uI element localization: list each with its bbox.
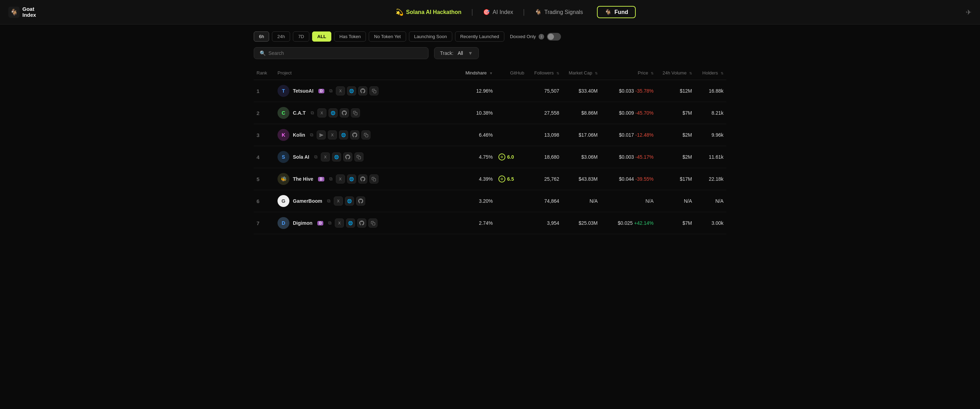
mktcap-cell: $8.86M — [562, 102, 600, 124]
holders-cell: N/A — [695, 190, 726, 212]
social-btn[interactable]: 🌐 — [332, 153, 341, 161]
social-btn[interactable]: X — [328, 130, 337, 140]
mindshare-cell: 12.96% — [461, 80, 496, 102]
filter-7d[interactable]: 7D — [293, 32, 309, 41]
social-btn[interactable] — [368, 218, 377, 228]
price-value: N/A — [646, 198, 654, 204]
table-row[interactable]: 7 D Digimon D ⧉ X🌐 2.74% 3,954 $25.03M $… — [254, 212, 726, 234]
nav-right: ✈ — [966, 8, 972, 16]
social-btn[interactable]: X — [335, 218, 344, 228]
price-value: $0.017 — [619, 132, 634, 138]
github-score-value: 6.5 — [507, 176, 514, 182]
mindshare-cell: 4.75% — [461, 146, 496, 168]
filter-6h[interactable]: 6h — [254, 32, 269, 41]
social-btn[interactable]: X — [334, 196, 343, 205]
social-btn[interactable] — [358, 86, 368, 95]
copy-icon[interactable]: ⧉ — [310, 132, 313, 138]
social-btn[interactable]: 🌐 — [339, 130, 348, 140]
price-change: -39.55% — [635, 176, 654, 182]
mktcap-cell: $3.06M — [562, 146, 600, 168]
social-btn[interactable] — [343, 153, 352, 161]
social-btn[interactable]: 🌐 — [347, 86, 356, 95]
social-btn[interactable] — [358, 174, 368, 183]
doxxed-info-icon[interactable]: i — [539, 34, 544, 40]
nav-ai-index[interactable]: 🎯 AI Index — [475, 6, 522, 18]
social-btn[interactable]: X — [336, 86, 345, 95]
table-row[interactable]: 2 C C.A.T ⧉ X🌐 10.38% 27,558 $8.86M $0.0… — [254, 102, 726, 124]
social-btn[interactable] — [357, 218, 366, 228]
github-cell — [496, 102, 527, 124]
track-select[interactable]: Track: All ▼ — [434, 47, 479, 59]
svg-rect-2 — [373, 90, 376, 92]
social-btn[interactable]: 🌐 — [329, 108, 337, 118]
social-btn[interactable] — [356, 196, 365, 205]
table-row[interactable]: 5 🐝 The Hive D ⧉ X🌐 4.39% ⊙ 6.5 25,762 $… — [254, 168, 726, 190]
social-icons: X🌐 — [317, 108, 360, 118]
rank-cell: 3 — [254, 124, 275, 146]
social-btn[interactable] — [361, 130, 371, 140]
doxxed-filter: Doxxed Only i — [510, 33, 561, 41]
col-project: Project — [275, 66, 461, 80]
send-icon[interactable]: ✈ — [966, 8, 972, 16]
nav-trading-label: Trading Signals — [544, 9, 583, 15]
copy-icon[interactable]: ⧉ — [329, 176, 332, 182]
table-row[interactable]: 1 T TetsuoAI D ⧉ X🌐 12.96% 75,507 $33.40… — [254, 80, 726, 102]
github-cell — [496, 212, 527, 234]
social-btn[interactable] — [351, 108, 360, 118]
filter-has-token[interactable]: Has Token — [334, 32, 366, 41]
social-btn[interactable]: X — [321, 153, 330, 161]
copy-icon[interactable]: ⧉ — [328, 220, 331, 226]
social-btn[interactable] — [317, 130, 326, 140]
nav-fund[interactable]: 🐐 Fund — [597, 6, 636, 18]
col-followers[interactable]: Followers ⇅ — [527, 66, 562, 80]
price-change: +42.14% — [634, 220, 654, 226]
doxxed-toggle[interactable] — [547, 33, 561, 41]
project-name: C.A.T — [293, 110, 306, 116]
filter-row: 6h 24h 7D ALL Has Token No Token Yet Lau… — [254, 32, 726, 41]
github-cell: ⊙ 6.5 — [496, 168, 527, 190]
filter-24h[interactable]: 24h — [272, 32, 290, 41]
holders-cell: 8.21k — [695, 102, 726, 124]
nav-ai-index-label: AI Index — [493, 9, 514, 15]
logo[interactable]: 🐐 Goat Index — [8, 6, 57, 18]
filter-all[interactable]: ALL — [312, 32, 331, 41]
filter-no-token[interactable]: No Token Yet — [369, 32, 406, 41]
social-btn[interactable] — [355, 153, 363, 161]
table-row[interactable]: 6 G GamerBoom ⧉ X🌐 3.20% 74,864 N/A N/A … — [254, 190, 726, 212]
copy-icon[interactable]: ⧉ — [311, 110, 314, 116]
volume-cell: N/A — [656, 190, 695, 212]
mindshare-cell: 6.46% — [461, 124, 496, 146]
social-btn[interactable] — [340, 108, 349, 118]
holders-cell: 11.61k — [695, 146, 726, 168]
svg-text:🐐: 🐐 — [10, 8, 18, 16]
holders-cell: 3.00k — [695, 212, 726, 234]
table-row[interactable]: 3 K Kolin ⧉ X🌐 6.46% 13,098 $17.06M $0.0… — [254, 124, 726, 146]
social-btn[interactable] — [350, 130, 359, 140]
social-btn[interactable]: X — [336, 174, 345, 183]
social-icons: X🌐 — [336, 174, 379, 183]
project-name: GamerBoom — [293, 198, 322, 204]
project-name: TetsuoAI — [293, 88, 313, 94]
nav-hackathon[interactable]: 💫 Solana AI Hackathon — [387, 6, 470, 19]
col-volume[interactable]: 24h Volume ⇅ — [656, 66, 695, 80]
search-input[interactable] — [269, 50, 423, 56]
col-price[interactable]: Price ⇅ — [600, 66, 656, 80]
filter-recently-launched[interactable]: Recently Launched — [455, 32, 504, 41]
nav-trading-signals[interactable]: 🐐 Trading Signals — [527, 6, 592, 18]
copy-icon[interactable]: ⧉ — [329, 88, 332, 94]
social-btn[interactable]: X — [317, 108, 326, 118]
project-logo: G — [277, 195, 290, 207]
col-mindshare[interactable]: Mindshare ▼ — [461, 66, 496, 80]
col-holders[interactable]: Holders ⇅ — [695, 66, 726, 80]
social-btn[interactable]: 🌐 — [346, 218, 355, 228]
copy-icon[interactable]: ⧉ — [327, 198, 330, 204]
col-mktcap[interactable]: Market Cap ⇅ — [562, 66, 600, 80]
social-btn[interactable] — [369, 174, 379, 183]
social-btn[interactable] — [369, 86, 379, 95]
mindshare-sort-icon: ▼ — [489, 71, 493, 75]
social-btn[interactable]: 🌐 — [345, 196, 354, 205]
table-row[interactable]: 4 S Sola AI ⧉ X🌐 4.75% ⊙ 6.0 18,680 $3.0… — [254, 146, 726, 168]
copy-icon[interactable]: ⧉ — [314, 154, 317, 160]
social-btn[interactable]: 🌐 — [347, 174, 356, 183]
filter-launching-soon[interactable]: Launching Soon — [409, 32, 452, 41]
